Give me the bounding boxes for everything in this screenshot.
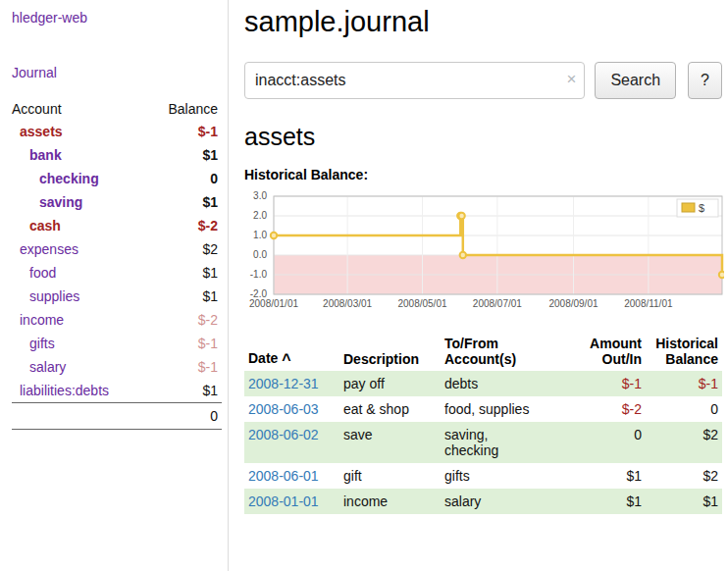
date-header-label: Date bbox=[248, 350, 278, 366]
transaction-amount: $1 bbox=[571, 489, 646, 514]
account-balance: $1 bbox=[147, 143, 222, 167]
account-row: salary $-1 bbox=[12, 355, 222, 379]
account-link[interactable]: cash bbox=[29, 218, 61, 234]
account-balance: $1 bbox=[147, 190, 222, 214]
transaction-description: income bbox=[339, 489, 441, 514]
transaction-amount: $1 bbox=[571, 463, 646, 489]
transaction-description: gift bbox=[339, 463, 441, 489]
account-link[interactable]: liabilities:debts bbox=[20, 383, 109, 398]
account-row: saving $1 bbox=[12, 190, 222, 214]
accounts-header-balance: Balance bbox=[147, 98, 222, 120]
transaction-date-link[interactable]: 2008-01-01 bbox=[248, 493, 319, 509]
search-bar: × Search ? bbox=[244, 62, 722, 99]
app-title-link[interactable]: hledger-web bbox=[12, 10, 228, 26]
svg-text:2008/07/01: 2008/07/01 bbox=[473, 298, 522, 309]
historical-balance-chart: 3.02.01.00.0-1.0-2.02008/01/012008/03/01… bbox=[244, 190, 722, 320]
account-link[interactable]: supplies bbox=[29, 288, 79, 304]
account-link[interactable]: bank bbox=[29, 147, 62, 163]
account-balance: $-2 bbox=[147, 308, 222, 332]
account-link[interactable]: saving bbox=[39, 194, 82, 210]
account-balance: $-1 bbox=[147, 332, 222, 355]
account-balance: $1 bbox=[147, 285, 222, 308]
svg-text:-1.0: -1.0 bbox=[250, 269, 268, 280]
register-header-description: Description bbox=[339, 334, 441, 371]
transaction-row: 2008-12-31 pay off debts $-1 $-1 bbox=[244, 371, 722, 396]
account-row: cash $-2 bbox=[12, 214, 222, 237]
transaction-accounts: gifts bbox=[441, 463, 571, 489]
search-field-wrap: × bbox=[244, 62, 585, 99]
account-balance: $1 bbox=[147, 261, 222, 285]
transaction-row: 2008-06-01 gift gifts $1 $2 bbox=[244, 463, 722, 489]
svg-text:0.0: 0.0 bbox=[253, 249, 267, 260]
account-link[interactable]: assets bbox=[20, 124, 63, 139]
transaction-date-link[interactable]: 2008-06-03 bbox=[248, 401, 319, 417]
account-link[interactable]: checking bbox=[39, 171, 99, 186]
main-content: sample.journal × Search ? assets Histori… bbox=[229, 0, 728, 571]
transaction-row: 2008-06-03 eat & shop food, supplies $-2… bbox=[244, 396, 722, 422]
accounts-table-body: assets $-1 bank $1 checking 0 saving $1 … bbox=[12, 120, 222, 403]
register-header-amount: Amount Out/In bbox=[571, 334, 646, 371]
svg-text:2008/05/01: 2008/05/01 bbox=[397, 298, 446, 309]
register-header-date[interactable]: Date^ bbox=[244, 334, 339, 371]
register-header-balance: Historical Balance bbox=[646, 334, 722, 371]
account-link[interactable]: expenses bbox=[20, 241, 78, 257]
transaction-accounts: food, supplies bbox=[441, 396, 571, 422]
svg-text:$: $ bbox=[699, 202, 704, 214]
transaction-amount: $-1 bbox=[571, 371, 646, 396]
account-row: gifts $-1 bbox=[12, 332, 222, 355]
transaction-balance: $1 bbox=[646, 489, 722, 514]
chart-title: Historical Balance: bbox=[244, 167, 722, 182]
account-row: assets $-1 bbox=[12, 120, 222, 143]
clear-search-icon[interactable]: × bbox=[566, 71, 576, 87]
account-row: supplies $1 bbox=[12, 285, 222, 308]
accounts-header-account: Account bbox=[12, 98, 147, 120]
account-row: checking 0 bbox=[12, 167, 222, 190]
transaction-date-link[interactable]: 2008-12-31 bbox=[248, 376, 319, 391]
transaction-accounts: debts bbox=[441, 371, 571, 396]
svg-text:2008/09/01: 2008/09/01 bbox=[548, 298, 598, 309]
register-header-row: Date^ Description To/From Account(s) Amo… bbox=[244, 334, 722, 371]
accounts-table: Account Balance assets $-1 bank $1 check… bbox=[12, 98, 222, 430]
search-button[interactable]: Search bbox=[595, 62, 676, 99]
accounts-total-balance: 0 bbox=[12, 403, 222, 430]
transaction-amount: 0 bbox=[571, 422, 646, 463]
account-link[interactable]: food bbox=[29, 265, 56, 281]
account-link[interactable]: gifts bbox=[29, 336, 55, 351]
account-heading: assets bbox=[244, 123, 722, 151]
sidebar: hledger-web Journal Account Balance asse… bbox=[0, 0, 229, 571]
register-table: Date^ Description To/From Account(s) Amo… bbox=[244, 334, 722, 514]
account-link[interactable]: income bbox=[20, 312, 64, 328]
transaction-description: pay off bbox=[339, 371, 441, 396]
page-title: sample.journal bbox=[244, 6, 722, 38]
account-balance: $2 bbox=[147, 237, 222, 261]
transaction-accounts: saving, checking bbox=[441, 422, 571, 463]
help-button[interactable]: ? bbox=[688, 62, 722, 99]
accounts-total-row: 0 bbox=[12, 403, 222, 430]
hledger-web-app: hledger-web Journal Account Balance asse… bbox=[0, 0, 728, 571]
account-row: food $1 bbox=[12, 261, 222, 285]
svg-text:2008/11/01: 2008/11/01 bbox=[624, 298, 673, 309]
transaction-balance: 0 bbox=[646, 396, 722, 422]
transaction-description: eat & shop bbox=[339, 396, 441, 422]
svg-text:2008/03/01: 2008/03/01 bbox=[323, 298, 372, 309]
account-row: income $-2 bbox=[12, 308, 222, 332]
transaction-balance: $2 bbox=[646, 422, 722, 463]
account-balance: $-1 bbox=[147, 355, 222, 379]
register-table-body: 2008-12-31 pay off debts $-1 $-1 2008-06… bbox=[244, 371, 722, 514]
account-row: liabilities:debts $1 bbox=[12, 379, 222, 403]
account-row: bank $1 bbox=[12, 143, 222, 167]
transaction-description: save bbox=[339, 422, 441, 463]
account-balance: $-1 bbox=[147, 120, 222, 143]
account-balance: $1 bbox=[147, 379, 222, 403]
transaction-row: 2008-06-02 save saving, checking 0 $2 bbox=[244, 422, 722, 463]
transaction-date-link[interactable]: 2008-06-01 bbox=[248, 468, 319, 484]
account-balance: $-2 bbox=[147, 214, 222, 237]
account-link[interactable]: salary bbox=[29, 359, 66, 375]
search-input[interactable] bbox=[244, 62, 585, 99]
transaction-accounts: salary bbox=[441, 489, 571, 514]
accounts-header-row: Account Balance bbox=[12, 98, 222, 120]
sidebar-item-journal[interactable]: Journal bbox=[12, 65, 228, 80]
transaction-date-link[interactable]: 2008-06-02 bbox=[248, 427, 319, 442]
register-header-accounts: To/From Account(s) bbox=[441, 334, 571, 371]
svg-text:2008/01/01: 2008/01/01 bbox=[249, 298, 298, 309]
